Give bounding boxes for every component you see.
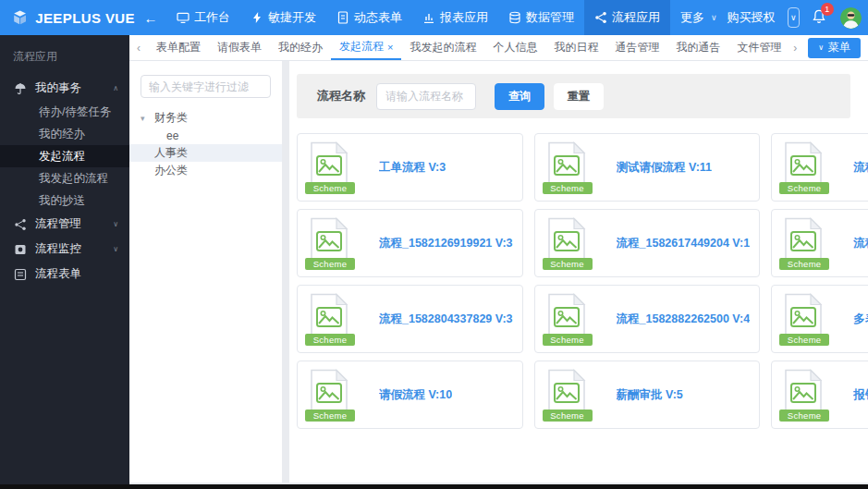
tree-filter-input[interactable] xyxy=(141,75,271,98)
scheme-file-icon: Scheme xyxy=(783,369,829,421)
nav-item-more[interactable]: 更多 ∨ xyxy=(670,0,727,35)
sidebar-item-todo-tasks[interactable]: 待办/待签任务 xyxy=(0,101,129,123)
process-card[interactable]: Scheme 薪酬审批 V:5 xyxy=(534,361,761,429)
process-link[interactable]: 流程_1582126919921 V:3 xyxy=(379,236,513,251)
sidebar-item-my-cc[interactable]: 我的抄送 xyxy=(0,189,129,212)
scheme-badge: Scheme xyxy=(543,334,593,346)
scheme-file-icon: Scheme xyxy=(546,293,593,345)
tab-notice-management[interactable]: 通告管理 xyxy=(606,35,667,60)
scheme-file-icon: Scheme xyxy=(783,141,829,193)
scheme-badge: Scheme xyxy=(779,410,829,422)
sidebar-item-label: 待办/待签任务 xyxy=(39,104,111,120)
process-card[interactable]: Scheme 流程_1582804337829 V:3 xyxy=(297,285,523,353)
chevron-down-icon: ∨ xyxy=(113,245,118,253)
chevron-down-icon: ∨ xyxy=(113,220,118,228)
process-card[interactable]: Scheme 请假流程 V:10 xyxy=(297,361,523,429)
process-link[interactable]: 报销流程 V:7 xyxy=(853,387,868,403)
process-card[interactable]: Scheme 多表单流程 V:4 xyxy=(771,285,868,353)
back-arrow-icon[interactable]: ← xyxy=(135,10,166,26)
share-nodes-icon xyxy=(14,218,27,231)
process-link[interactable]: 流程_1582617449204 V:1 xyxy=(617,236,751,251)
reset-button[interactable]: 重置 xyxy=(554,83,604,110)
process-card[interactable]: Scheme 测试请假流程 V:11 xyxy=(534,133,761,202)
sidebar-item-my-handled[interactable]: 我的经办 xyxy=(0,123,129,145)
tab-label: 我的经办 xyxy=(278,40,323,55)
sidebar: 流程应用 我的事务 ∧ 待办/待签任务 我的经办 发起流程 我发起的流程 我的抄… xyxy=(0,35,129,484)
tree-node-hr[interactable]: 人事类 xyxy=(129,144,282,162)
process-link[interactable]: 请假流程 V:10 xyxy=(379,387,452,403)
process-link[interactable]: 多表单流程 V:4 xyxy=(853,312,868,327)
tab-my-handled[interactable]: 我的经办 xyxy=(270,35,331,60)
scheme-badge: Scheme xyxy=(779,182,829,194)
scheme-file-icon: Scheme xyxy=(783,217,829,269)
scheme-badge: Scheme xyxy=(305,334,355,346)
process-link[interactable]: 流程_1582076068803 V:5 xyxy=(853,160,868,176)
tab-leave-form[interactable]: 请假表单 xyxy=(209,35,270,60)
tree-node-office[interactable]: 办公类 xyxy=(129,162,282,179)
logo[interactable]: JEEPLUS VUE xyxy=(0,6,135,29)
tabs-scroll-right-icon[interactable]: › xyxy=(786,42,804,55)
sidebar-item-start-process[interactable]: 发起流程 xyxy=(0,145,129,167)
screen-toggle-button[interactable]: ∨ xyxy=(788,7,800,28)
nav-item-process-app[interactable]: 流程应用 xyxy=(584,0,670,35)
tree-node-label: ee xyxy=(166,129,178,142)
process-link[interactable]: 流程_1582804337829 V:3 xyxy=(379,312,513,327)
scheme-badge: Scheme xyxy=(543,182,593,194)
search-button[interactable]: 查询 xyxy=(495,83,544,110)
nav-item-agile-dev[interactable]: 敏捷开发 xyxy=(240,0,326,35)
nav-item-data-management[interactable]: 数据管理 xyxy=(498,0,584,35)
scheme-badge: Scheme xyxy=(779,258,829,270)
process-link[interactable]: 流程_1582701646757 V:1 xyxy=(853,236,868,251)
database-icon xyxy=(508,11,521,24)
category-tree: ▾ 财务类 ee 人事类 办公类 xyxy=(141,109,271,179)
sidebar-group-process-management[interactable]: 流程管理 ∨ xyxy=(0,212,129,237)
tab-form-config[interactable]: 表单配置 xyxy=(148,35,209,60)
scheme-file-icon: Scheme xyxy=(783,293,829,345)
sidebar-group-process-monitor[interactable]: 流程监控 ∨ xyxy=(0,237,129,262)
umbrella-icon xyxy=(14,82,27,95)
process-link[interactable]: 测试请假流程 V:11 xyxy=(617,160,713,176)
process-card[interactable]: Scheme 流程_1582701646757 V:1 xyxy=(771,209,868,277)
nav-item-workbench[interactable]: 工作台 xyxy=(166,0,240,35)
scheme-file-icon: Scheme xyxy=(309,369,355,421)
tab-close-icon[interactable]: × xyxy=(387,42,393,53)
process-link[interactable]: 薪酬审批 V:5 xyxy=(617,387,683,403)
process-card[interactable]: Scheme 工单流程 V:3 xyxy=(297,133,523,202)
tabs-scroll-left-icon[interactable]: ‹ xyxy=(129,42,148,55)
tab-personal-info[interactable]: 个人信息 xyxy=(484,35,545,60)
search-filter-bar: 流程名称 查询 重置 xyxy=(297,74,850,118)
tab-label: 我的日程 xyxy=(554,40,598,55)
nav-item-dynamic-form[interactable]: 动态表单 xyxy=(326,0,412,35)
process-card[interactable]: Scheme 流程_1582617449204 V:1 xyxy=(534,209,761,277)
tab-label: 我的通告 xyxy=(676,40,720,55)
buy-license-link[interactable]: 购买授权 xyxy=(727,9,776,26)
caret-down-icon[interactable]: ▾ xyxy=(141,114,154,123)
tab-my-started-process[interactable]: 我发起的流程 xyxy=(401,35,484,60)
tree-node-ee[interactable]: ee xyxy=(129,127,282,144)
scheme-file-icon: Scheme xyxy=(309,217,355,269)
tab-start-process[interactable]: 发起流程 × xyxy=(331,35,401,60)
process-link[interactable]: 流程_1582882262500 V:4 xyxy=(617,312,751,327)
sidebar-group-label: 流程管理 xyxy=(35,216,81,232)
nav-item-label: 报表应用 xyxy=(440,9,488,26)
process-card[interactable]: Scheme 流程_1582882262500 V:4 xyxy=(534,285,761,353)
sidebar-item-my-started[interactable]: 我发起的流程 xyxy=(0,167,129,189)
main-content: 流程名称 查询 重置 Scheme 工单流程 V:3 Scheme 测试请假流程… xyxy=(289,61,868,483)
process-link[interactable]: 工单流程 V:3 xyxy=(379,160,446,176)
avatar[interactable] xyxy=(840,7,862,29)
nav-item-report[interactable]: 报表应用 xyxy=(412,0,498,35)
sidebar-group-label: 流程监控 xyxy=(35,241,81,257)
dynamic-form-icon xyxy=(336,11,349,24)
process-card[interactable]: Scheme 报销流程 V:7 xyxy=(771,361,868,429)
scheme-file-icon: Scheme xyxy=(309,141,355,193)
process-name-input[interactable] xyxy=(376,83,476,110)
tree-node-finance[interactable]: ▾ 财务类 xyxy=(129,109,282,127)
sidebar-group-process-form[interactable]: 流程表单 xyxy=(0,262,129,287)
process-card[interactable]: Scheme 流程_1582126919921 V:3 xyxy=(297,209,523,277)
notification-bell[interactable]: 1 xyxy=(812,9,826,27)
scheme-badge: Scheme xyxy=(779,334,829,346)
process-card[interactable]: Scheme 流程_1582076068803 V:5 xyxy=(771,133,868,202)
tab-my-notices[interactable]: 我的通告 xyxy=(667,35,728,60)
sidebar-group-my-affairs[interactable]: 我的事务 ∧ xyxy=(0,76,129,101)
tab-my-schedule[interactable]: 我的日程 xyxy=(545,35,606,60)
